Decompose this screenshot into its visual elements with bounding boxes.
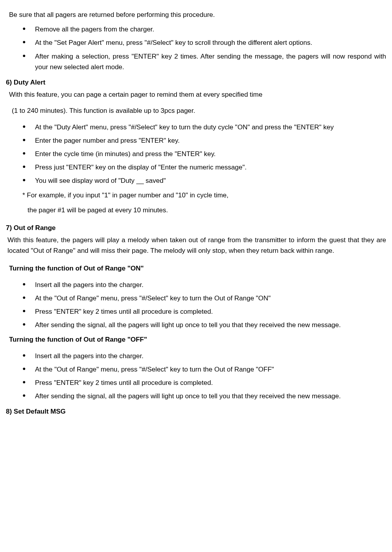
list-item: At the "Out of Range" menu, press "#/Sel…: [22, 293, 386, 304]
section-6-p1: With this feature, you can page a certai…: [9, 89, 386, 100]
list-item: Press just "ENTER" key on the display of…: [22, 162, 386, 173]
section-7-sub2: Turning the function of Out of Range "OF…: [9, 334, 386, 345]
section-6-heading: 6) Duty Alert: [6, 77, 386, 88]
list-item: Remove all the pagers from the charger.: [22, 24, 386, 35]
list-item: Enter the cycle time (in minutes) and pr…: [22, 149, 386, 159]
section-7-p1: With this feature, the pagers will play …: [7, 235, 386, 256]
section-7-sub1: Turning the function of Out of Range "ON…: [9, 263, 386, 274]
list-item: Press "ENTER" key 2 times until all proc…: [22, 306, 386, 317]
intro-bullet-list: Remove all the pagers from the charger. …: [22, 24, 386, 72]
list-item: Press "ENTER" key 2 times until all proc…: [22, 377, 386, 388]
list-item: At the "Set Pager Alert" menu, press "#/…: [22, 37, 386, 48]
section-8-heading: 8) Set Default MSG: [6, 406, 386, 417]
section-6-note2: the pager #1 will be paged at every 10 m…: [28, 205, 386, 215]
section-7-heading: 7) Out of Range: [6, 223, 386, 233]
section-6-p2: (1 to 240 minutes). This function is ava…: [12, 105, 386, 116]
list-item: After sending the signal, all the pagers…: [22, 320, 386, 330]
list-item: Insert all the pagers into the charger.: [22, 280, 386, 290]
intro-paragraph: Be sure that all pagers are returned bef…: [9, 9, 386, 20]
list-item: At the "Duty Alert" menu, press "#/Selec…: [22, 122, 386, 132]
section-7-bullets-on: Insert all the pagers into the charger. …: [22, 280, 386, 331]
section-6-bullets: At the "Duty Alert" menu, press "#/Selec…: [22, 122, 386, 186]
list-item: Enter the pager number and press "ENTER"…: [22, 135, 386, 146]
section-6-note1: * For example, if you input "1" in pager…: [22, 190, 386, 201]
list-item: After making a selection, press "ENTER" …: [22, 51, 386, 72]
list-item: You will see display word of "Duty __ sa…: [22, 175, 386, 186]
list-item: After sending the signal, all the pagers…: [22, 391, 386, 401]
list-item: At the "Out of Range" menu, press "#/Sel…: [22, 364, 386, 375]
list-item: Insert all the pagers into the charger.: [22, 351, 386, 361]
section-7-bullets-off: Insert all the pagers into the charger. …: [22, 351, 386, 402]
